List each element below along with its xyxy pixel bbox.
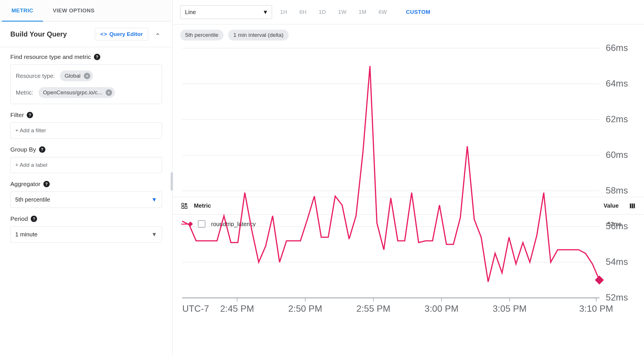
chart-toolbar: Line ▼ 1H 6H 1D 1W 1M 6W CUSTOM (173, 0, 644, 24)
line-chart-svg: 52ms54ms56ms58ms60ms62ms64ms66msUTC-72:4… (180, 43, 637, 319)
filter-input[interactable]: + Add a filter (10, 123, 162, 139)
chart-badges: 5th percentile 1 min interval (delta) (173, 24, 644, 43)
help-icon[interactable]: ? (31, 216, 37, 222)
range-6h[interactable]: 6H (299, 9, 306, 15)
svg-text:3:05 PM: 3:05 PM (493, 304, 527, 314)
range-1m[interactable]: 1M (358, 9, 366, 15)
svg-text:58ms: 58ms (606, 185, 628, 196)
chevron-down-icon: ▼ (151, 231, 157, 238)
range-custom[interactable]: CUSTOM (406, 9, 430, 15)
range-6w[interactable]: 6W (379, 9, 387, 15)
find-label: Find resource type and metric (10, 53, 91, 60)
help-icon[interactable]: ? (43, 181, 50, 187)
filter-block: Filter ? + Add a filter (10, 112, 162, 139)
help-icon[interactable]: ? (39, 146, 45, 153)
svg-text:54ms: 54ms (606, 257, 628, 267)
tab-view-options[interactable]: VIEW OPTIONS (43, 0, 104, 21)
remove-resource-type[interactable]: ✕ (84, 73, 90, 79)
svg-text:UTC-7: UTC-7 (182, 304, 209, 314)
svg-text:3:10 PM: 3:10 PM (579, 304, 613, 314)
svg-text:62ms: 62ms (606, 114, 628, 124)
chart-type-value: Line (185, 9, 196, 16)
metric-value: OpenCensus/grpc.io/c... (43, 89, 102, 96)
svg-text:52ms: 52ms (606, 292, 628, 303)
chevron-down-icon: ▼ (263, 9, 268, 16)
chevron-down-icon: ▼ (151, 196, 157, 203)
range-1w[interactable]: 1W (338, 9, 347, 15)
app-root: METRIC VIEW OPTIONS Build Your Query < >… (0, 0, 644, 356)
build-query-section: Build Your Query < > Query Editor (0, 22, 172, 47)
svg-rect-30 (595, 275, 604, 284)
svg-text:3:00 PM: 3:00 PM (425, 304, 458, 314)
period-value: 1 minute (15, 231, 38, 238)
metric-label: Metric: (16, 89, 33, 96)
chart-panel: Line ▼ 1H 6H 1D 1W 1M 6W CUSTOM 5th perc… (173, 0, 644, 356)
query-panel: METRIC VIEW OPTIONS Build Your Query < >… (0, 0, 173, 356)
svg-text:66ms: 66ms (606, 43, 628, 53)
groupby-label: Group By (10, 146, 36, 153)
period-select[interactable]: 1 minute ▼ (10, 226, 162, 243)
help-icon[interactable]: ? (27, 112, 33, 118)
svg-text:2:45 PM: 2:45 PM (220, 304, 254, 314)
panel-resize-handle[interactable] (171, 172, 173, 191)
resource-metric-box[interactable]: Resource type: Global ✕ Metric: OpenCens… (10, 64, 162, 104)
resource-type-label: Resource type: (16, 73, 55, 79)
aggregator-label: Aggregator (10, 181, 41, 187)
aggregator-select[interactable]: 5th percentile ▼ (10, 192, 162, 208)
left-tabs: METRIC VIEW OPTIONS (0, 0, 172, 22)
groupby-input[interactable]: + Add a label (10, 157, 162, 173)
svg-text:64ms: 64ms (606, 79, 628, 89)
query-editor-button[interactable]: < > Query Editor (95, 28, 148, 41)
metric-chip[interactable]: OpenCensus/grpc.io/c... ✕ (38, 87, 115, 98)
svg-text:2:55 PM: 2:55 PM (356, 304, 390, 314)
filter-label: Filter (10, 112, 24, 118)
aggregator-value: 5th percentile (15, 196, 50, 203)
build-query-title: Build Your Query (10, 30, 67, 38)
tab-metric[interactable]: METRIC (2, 0, 43, 21)
help-icon[interactable]: ? (94, 54, 100, 60)
period-label: Period (10, 215, 28, 222)
range-1h[interactable]: 1H (280, 9, 287, 15)
svg-text:56ms: 56ms (606, 221, 628, 231)
chevron-up-icon (155, 32, 160, 37)
chart-type-select[interactable]: Line ▼ (180, 5, 272, 19)
line-chart[interactable]: 52ms54ms56ms58ms60ms62ms64ms66msUTC-72:4… (180, 43, 637, 192)
remove-metric[interactable]: ✕ (106, 89, 112, 96)
svg-text:2:50 PM: 2:50 PM (288, 304, 322, 314)
range-1d[interactable]: 1D (319, 9, 326, 15)
resource-type-chip[interactable]: Global ✕ (60, 70, 93, 81)
find-resource-metric-block: Find resource type and metric ? Resource… (10, 53, 162, 104)
resource-type-value: Global (65, 73, 81, 79)
aggregator-block: Aggregator ? 5th percentile ▼ (10, 181, 162, 208)
badge-interval: 1 min interval (delta) (228, 30, 288, 41)
period-block: Period ? 1 minute ▼ (10, 215, 162, 243)
badge-percentile: 5th percentile (180, 30, 223, 41)
code-icon: < > (100, 31, 106, 37)
filter-placeholder: + Add a filter (15, 127, 46, 134)
groupby-block: Group By ? + Add a label (10, 146, 162, 173)
svg-text:60ms: 60ms (606, 150, 628, 160)
time-range-buttons: 1H 6H 1D 1W 1M 6W CUSTOM (280, 9, 430, 15)
query-editor-label: Query Editor (109, 31, 143, 37)
groupby-placeholder: + Add a label (15, 162, 47, 168)
collapse-section-button[interactable] (153, 29, 162, 39)
